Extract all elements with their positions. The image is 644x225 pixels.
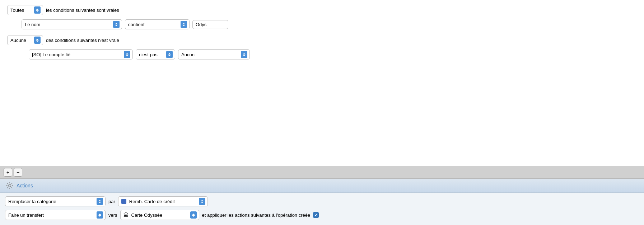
action2-value-select[interactable]: 🏛 Carte Odyssée — [120, 210, 199, 220]
all-conditions-select[interactable]: Toutes — [7, 5, 43, 15]
actions-body: Remplacer la catégorie par Remb. Carte d… — [0, 193, 644, 225]
svg-point-0 — [9, 185, 11, 187]
field-select-label: Le nom — [25, 22, 112, 27]
arrow-up-icon — [36, 39, 39, 40]
action1-value-select[interactable]: Remb. Carte de crédit — [118, 196, 208, 206]
action2-type-select[interactable]: Faire un transfert — [5, 210, 106, 220]
none-conditions-select-label: Aucune — [10, 38, 33, 43]
arrow-down-icon — [243, 55, 246, 56]
apply-actions-checkbox[interactable]: ✓ — [313, 212, 319, 218]
arrow-down-icon — [168, 55, 171, 56]
operator-chevron-icon[interactable] — [181, 21, 187, 28]
arrow-up-icon — [126, 53, 129, 54]
arrow-down-icon — [36, 10, 39, 12]
arrow-up-icon — [243, 53, 246, 54]
action1-value-label: Remb. Carte de crédit — [129, 199, 197, 204]
nom-condition-row: Le nom contient — [22, 19, 637, 29]
bank-icon: 🏛 — [123, 212, 129, 218]
operator-select-label: contient — [128, 22, 179, 27]
compte-value-chevron-icon[interactable] — [241, 51, 247, 58]
arrow-down-icon — [98, 215, 101, 217]
check-mark-icon: ✓ — [314, 213, 318, 217]
action2-type-label: Faire un transfert — [8, 212, 95, 218]
arrow-down-icon — [98, 202, 101, 203]
compte-field-select[interactable]: [SO] Le compte lié — [29, 49, 133, 59]
all-conditions-select-label: Toutes — [10, 8, 33, 13]
compte-value-select-label: Aucun — [181, 52, 239, 57]
arrow-down-icon — [126, 55, 129, 56]
add-button[interactable]: + — [4, 168, 12, 177]
action1-connector: par — [108, 199, 115, 204]
action2-value-label: Carte Odyssée — [131, 212, 189, 218]
actions-area: Actions Remplacer la catégorie par Remb.… — [0, 179, 644, 225]
all-conditions-row: Toutes les conditions suivantes sont vra… — [7, 5, 637, 15]
arrow-up-icon — [98, 200, 101, 201]
all-conditions-chevron-icon[interactable] — [34, 6, 41, 14]
conditions-area: Toutes les conditions suivantes sont vra… — [0, 0, 644, 166]
action-row-2: Faire un transfert vers 🏛 Carte Odyssée — [5, 210, 639, 220]
arrow-up-icon — [115, 23, 118, 24]
action1-type-chevron-icon[interactable] — [97, 198, 103, 205]
action1-type-select[interactable]: Remplacer la catégorie — [5, 196, 106, 206]
action2-suffix: et appliquer les actions suivantes à l'o… — [202, 212, 311, 218]
compte-operator-select[interactable]: n'est pas — [136, 49, 175, 59]
action-row-1: Remplacer la catégorie par Remb. Carte d… — [5, 196, 639, 206]
arrow-down-icon — [36, 40, 39, 42]
all-conditions-suffix: les conditions suivantes sont vraies — [46, 8, 119, 13]
arrow-up-icon — [98, 214, 101, 215]
compte-field-select-label: [SO] Le compte lié — [32, 52, 122, 57]
compte-field-chevron-icon[interactable] — [124, 51, 130, 58]
action2-type-chevron-icon[interactable] — [97, 211, 103, 219]
main-container: Toutes les conditions suivantes sont vra… — [0, 0, 644, 225]
none-conditions-chevron-icon[interactable] — [34, 37, 41, 44]
none-conditions-suffix: des conditions suivantes n'est vraie — [46, 38, 119, 43]
arrow-down-icon — [182, 25, 185, 26]
remove-button[interactable]: − — [14, 168, 22, 177]
operator-select[interactable]: contient — [125, 19, 190, 29]
toolbar-row: + − — [0, 166, 644, 179]
actions-title: Actions — [17, 183, 33, 188]
arrow-up-icon — [182, 23, 185, 24]
compte-value-select[interactable]: Aucun — [178, 49, 250, 59]
none-conditions-row: Aucune des conditions suivantes n'est vr… — [7, 35, 637, 45]
arrow-up-icon — [192, 214, 195, 215]
color-swatch-icon — [121, 199, 126, 204]
action2-value-chevron-icon[interactable] — [190, 211, 197, 219]
compte-operator-select-label: n'est pas — [139, 52, 165, 57]
action1-type-label: Remplacer la catégorie — [8, 199, 95, 204]
none-conditions-select[interactable]: Aucune — [7, 35, 43, 45]
arrow-up-icon — [36, 9, 39, 10]
compte-condition-row: [SO] Le compte lié n'est pas Aucun — [29, 49, 637, 59]
arrow-up-icon — [168, 53, 171, 54]
arrow-down-icon — [192, 215, 195, 217]
field-select[interactable]: Le nom — [22, 19, 122, 29]
arrow-down-icon — [201, 202, 204, 203]
arrow-down-icon — [115, 25, 118, 26]
action1-value-chevron-icon[interactable] — [199, 198, 205, 205]
gear-icon — [6, 182, 14, 190]
action2-connector: vers — [108, 212, 117, 218]
actions-header: Actions — [0, 179, 644, 193]
arrow-up-icon — [201, 200, 204, 201]
field-chevron-icon[interactable] — [113, 21, 120, 28]
compte-operator-chevron-icon[interactable] — [166, 51, 173, 58]
value-input[interactable] — [192, 20, 228, 29]
